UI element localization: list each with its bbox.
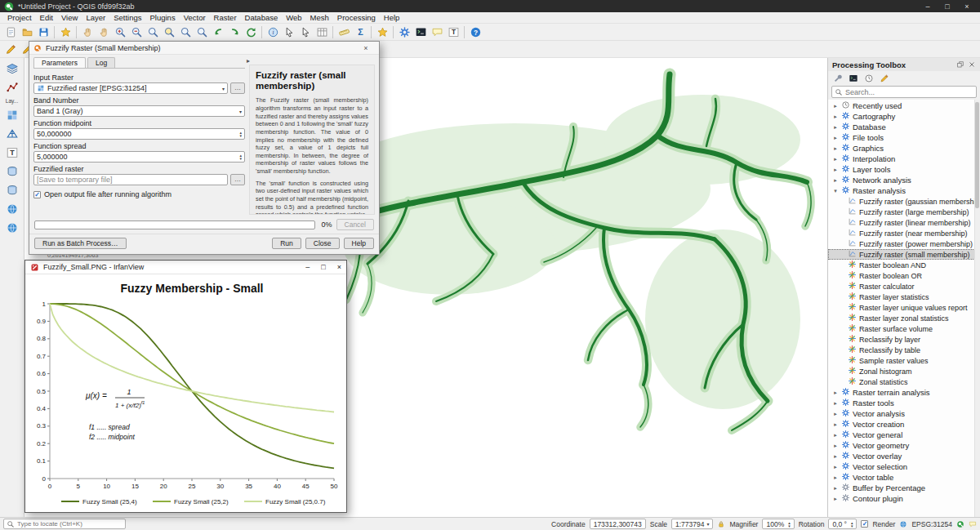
rotation-spinner[interactable]: 0,0 °▴▾ [828, 519, 857, 529]
python-console-button[interactable] [412, 24, 429, 40]
window-maximize-button[interactable]: □ [938, 2, 957, 11]
style-manager-button[interactable] [57, 24, 74, 40]
tab-log[interactable]: Log [87, 57, 115, 68]
zoom-next-button[interactable] [226, 24, 243, 40]
menu-raster[interactable]: Raster [210, 13, 241, 22]
toolbox-item-fuzzify-raster-large-membership[interactable]: Fuzzify raster (large membership) [828, 207, 980, 217]
chevron-right-icon[interactable]: ▸ [832, 464, 839, 470]
function-spread-spinner[interactable]: 5,000000 ▴▾ [33, 151, 245, 163]
window-close-button[interactable]: × [957, 2, 977, 11]
viewer-maximize-button[interactable]: □ [321, 263, 325, 271]
render-checkbox[interactable]: ✓ [861, 520, 868, 528]
messages-icon[interactable] [969, 520, 977, 528]
identify-features-button[interactable]: i [265, 24, 281, 40]
menu-project[interactable]: Project [3, 13, 36, 22]
open-data-source-manager-button[interactable] [4, 60, 20, 76]
map-tips-button[interactable] [429, 24, 445, 40]
chevron-right-icon[interactable]: ▸ [832, 453, 839, 460]
chevron-right-icon[interactable]: ▸ [832, 156, 839, 163]
measure-line-button[interactable] [336, 24, 352, 40]
new-bookmark-button[interactable] [374, 24, 390, 40]
open-project-button[interactable] [19, 24, 35, 40]
run-button[interactable]: Run [272, 238, 301, 249]
toolbox-group-layer-tools[interactable]: ▸Layer tools [828, 164, 980, 175]
spinner-arrows-icon[interactable]: ▴▾ [788, 521, 791, 528]
toolbox-item-raster-layer-zonal-statistics[interactable]: Raster layer zonal statistics [828, 313, 980, 323]
menu-processing[interactable]: Processing [333, 13, 380, 22]
menu-settings[interactable]: Settings [109, 13, 145, 22]
add-mesh-layer-button[interactable] [4, 126, 20, 141]
toolbox-scrollbar[interactable] [974, 100, 980, 517]
toolbox-item-fuzzify-raster-power-membership[interactable]: Fuzzify raster (power membership) [828, 238, 980, 249]
toolbox-item-zonal-statistics[interactable]: Zonal statistics [828, 376, 980, 387]
chevron-right-icon[interactable]: ▸ [832, 474, 839, 481]
zoom-last-button[interactable] [210, 24, 226, 40]
toolbox-group-vector-selection[interactable]: ▸Vector selection [828, 461, 980, 472]
zoom-in-button[interactable] [112, 24, 128, 40]
chevron-right-icon[interactable]: ▸ [832, 145, 839, 152]
toolbox-group-network-analysis[interactable]: ▸Network analysis [828, 175, 980, 185]
refresh-map-button[interactable] [243, 24, 259, 40]
chevron-right-icon[interactable]: ▸ [832, 400, 839, 407]
function-midpoint-spinner[interactable]: 50,000000 ▴▾ [33, 128, 245, 140]
zoom-to-selection-button[interactable] [177, 24, 194, 40]
locator-search[interactable] [3, 519, 126, 529]
tab-parameters[interactable]: Parameters [33, 57, 86, 68]
magnifier-spinner[interactable]: 100%▴▾ [762, 519, 794, 529]
menu-vector[interactable]: Vector [180, 13, 210, 22]
chevron-right-icon[interactable]: ▸ [832, 485, 839, 492]
crs-globe-icon[interactable] [899, 520, 907, 528]
toolbox-item-sample-raster-values[interactable]: Sample raster values [828, 355, 980, 366]
toolbox-search-input[interactable] [845, 88, 973, 96]
menu-view[interactable]: View [57, 13, 82, 22]
toolbox-group-buffer-by-percentage[interactable]: ▸Buffer by Percentage [828, 483, 980, 493]
toolbox-item-reclassify-by-table[interactable]: Reclassify by table [828, 345, 980, 355]
toolbox-group-vector-table[interactable]: ▸Vector table [828, 472, 980, 483]
toolbox-item-raster-layer-unique-values-report[interactable]: Raster layer unique values report [828, 302, 980, 313]
dialog-close-button[interactable]: × [357, 44, 375, 52]
output-browse-button[interactable]: … [230, 174, 245, 185]
input-raster-combo[interactable]: Fuzzified raster [EPSG:31254] ▾ [33, 82, 228, 94]
toolbox-group-contour-plugin[interactable]: ▸Contour plugin [828, 493, 980, 504]
toolbox-history-icon[interactable] [862, 72, 875, 84]
toolbox-group-raster-tools[interactable]: ▸Raster tools [828, 398, 980, 408]
zoom-full-button[interactable] [161, 24, 177, 40]
add-delimited-text-layer-button[interactable]: T [4, 145, 20, 160]
toolbox-group-raster-terrain-analysis[interactable]: ▸Raster terrain analysis [828, 387, 980, 398]
output-file-field[interactable]: [Save to temporary file] [33, 174, 228, 185]
save-project-button[interactable] [35, 24, 51, 40]
chevron-down-icon[interactable]: ▾ [832, 188, 839, 194]
locator-input[interactable] [17, 520, 122, 528]
toolbox-group-vector-general[interactable]: ▸Vector general [828, 430, 980, 440]
toolbox-group-recently-used[interactable]: ▸Recently used [828, 100, 980, 111]
algorithm-help-panel[interactable]: Fuzzify raster (small membership) The Fu… [249, 65, 375, 215]
collapse-help-icon[interactable]: ▸ [247, 57, 250, 65]
chevron-right-icon[interactable]: ▸ [832, 421, 839, 428]
chevron-right-icon[interactable]: ▸ [832, 167, 839, 173]
toolbox-group-cartography[interactable]: ▸Cartography [828, 111, 980, 122]
add-wms-layer-button[interactable] [4, 201, 20, 216]
chevron-right-icon[interactable]: ▸ [832, 411, 839, 417]
toolbox-item-reclassify-by-layer[interactable]: Reclassify by layer [828, 334, 980, 345]
menu-web[interactable]: Web [282, 13, 305, 22]
run-as-batch-button[interactable]: Run as Batch Process… [34, 238, 127, 249]
add-spatialite-layer-button[interactable] [4, 182, 20, 198]
toolbox-search[interactable] [831, 86, 977, 98]
help-contents-button[interactable]: ? [467, 24, 483, 40]
viewer-minimize-button[interactable]: – [305, 263, 310, 271]
deselect-features-button[interactable] [297, 24, 314, 40]
toolbox-group-graphics[interactable]: ▸Graphics [828, 143, 980, 154]
toolbox-group-vector-analysis[interactable]: ▸Vector analysis [828, 408, 980, 419]
toolbox-item-fuzzify-raster-gaussian-membership[interactable]: Fuzzify raster (gaussian membership) [828, 196, 980, 207]
pan-to-selection-button[interactable] [96, 24, 112, 40]
toolbox-group-interpolation[interactable]: ▸Interpolation [828, 154, 980, 164]
crs-value[interactable]: EPSG:31254 [911, 520, 952, 528]
menu-help[interactable]: Help [380, 13, 404, 22]
add-vector-layer-button[interactable] [4, 79, 20, 95]
new-project-button[interactable] [2, 24, 19, 40]
help-button[interactable]: Help [344, 238, 374, 249]
scale-combo[interactable]: 1:773794▾ [671, 519, 713, 529]
toolbox-item-raster-calculator[interactable]: Raster calculator [828, 281, 980, 292]
viewer-close-button[interactable]: × [337, 263, 341, 271]
chevron-right-icon[interactable]: ▸ [832, 103, 839, 109]
